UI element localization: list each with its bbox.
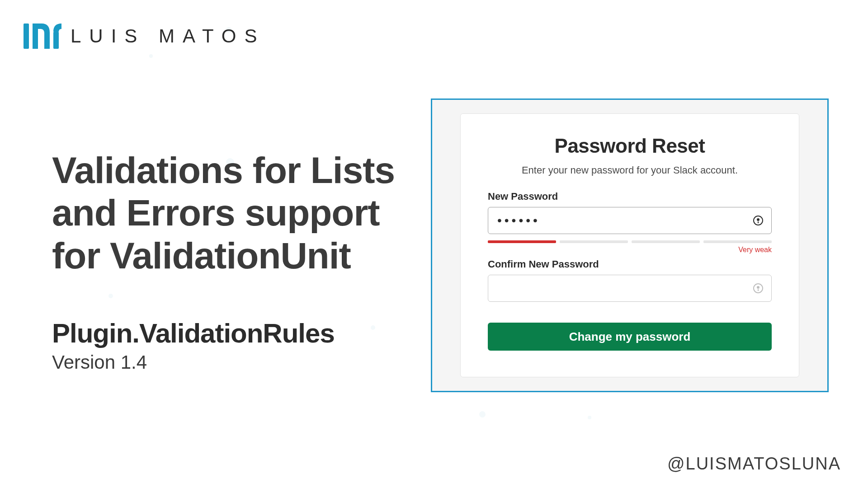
new-password-input[interactable] xyxy=(488,207,772,234)
password-strength-label: Very weak xyxy=(488,246,772,254)
password-reset-card: Password Reset Enter your new password f… xyxy=(460,113,799,377)
strength-segment xyxy=(632,240,700,243)
brand-name: LUIS MATOS xyxy=(71,25,265,47)
svg-point-3 xyxy=(757,219,759,221)
strength-segment xyxy=(488,240,556,243)
strength-segment xyxy=(560,240,628,243)
toggle-visibility-icon[interactable] xyxy=(753,215,764,226)
slide-title: Validations for Lists and Errors support… xyxy=(52,149,423,277)
social-handle: @LUISMATOSLUNA xyxy=(667,454,841,474)
brand-logo-icon xyxy=(23,23,62,50)
header: LUIS MATOS xyxy=(23,23,265,50)
confirm-password-label: Confirm New Password xyxy=(488,258,772,270)
svg-rect-0 xyxy=(24,23,29,49)
svg-rect-1 xyxy=(53,32,59,49)
new-password-input-wrap xyxy=(488,207,772,234)
slide-text-block: Validations for Lists and Errors support… xyxy=(52,149,423,373)
form-subtitle: Enter your new password for your Slack a… xyxy=(488,164,772,176)
toggle-visibility-icon[interactable] xyxy=(753,283,764,294)
slide-subtitle: Plugin.ValidationRules xyxy=(52,318,423,349)
strength-segment xyxy=(703,240,772,243)
new-password-label: New Password xyxy=(488,191,772,202)
confirm-password-input-wrap xyxy=(488,275,772,302)
confirm-password-group: Confirm New Password xyxy=(488,258,772,302)
svg-point-5 xyxy=(757,286,759,288)
confirm-password-input[interactable] xyxy=(488,275,772,302)
change-password-button[interactable]: Change my password xyxy=(488,323,772,351)
form-frame: Password Reset Enter your new password f… xyxy=(431,99,829,392)
slide-version: Version 1.4 xyxy=(52,352,423,373)
new-password-group: New Password Very weak xyxy=(488,191,772,254)
form-title: Password Reset xyxy=(488,135,772,157)
password-strength-bar xyxy=(488,240,772,243)
